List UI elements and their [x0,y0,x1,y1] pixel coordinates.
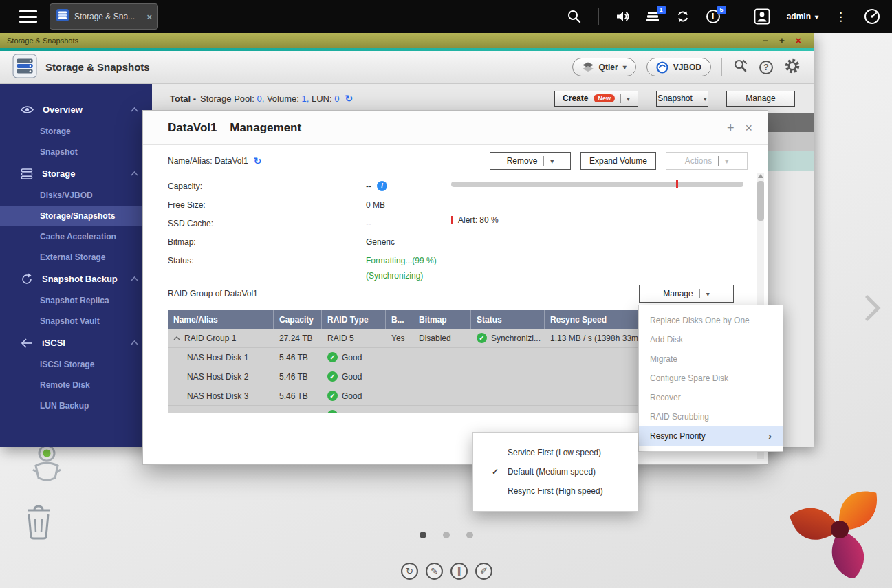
sidebar-section-storage[interactable]: Storage [0,162,152,185]
sidebar-item-snapshot-vault[interactable]: Snapshot Vault [0,311,152,331]
desktop-shortcut-icon-1[interactable]: ↻ [401,563,418,580]
dialog-header[interactable]: DataVol1 Management + × [143,111,768,145]
sidebar-item-remote-disk[interactable]: Remote Disk [0,375,152,395]
settings-gear-icon[interactable] [783,57,801,78]
background-table-row-selected [768,151,814,171]
desktop-shortcut-icon-3[interactable]: ∥ [450,563,468,580]
raid-manage-menu: Replace Disks One by One Add Disk Migrat… [638,305,783,452]
vjbod-icon [656,61,668,74]
field-value-capacity: -- [366,182,371,191]
raid-manage-button[interactable]: Manage ▾ [639,285,734,303]
scrollbar-thumb[interactable] [757,181,764,221]
refresh-icon[interactable]: ↻ [345,93,353,104]
vjbod-button[interactable]: VJBOD [646,58,711,76]
menu-item-add-disk[interactable]: Add Disk [639,330,783,349]
qboost-robot-icon[interactable] [26,442,67,488]
desktop-next-page-chevron[interactable] [864,294,882,325]
button-divider [718,156,719,166]
chevron-down-icon: ▾ [706,290,710,298]
col-status[interactable]: Status [471,310,545,329]
recycle-bin-icon[interactable] [21,501,56,543]
info-icon[interactable]: i [377,181,387,191]
menu-item-replace-disks[interactable]: Replace Disks One by One [639,311,783,330]
notifications-icon[interactable]: i 5 [706,10,720,23]
cell-name: NAS Host Disk 2 [168,367,274,386]
minimize-button[interactable]: − [762,34,768,47]
collapse-icon[interactable] [173,336,180,340]
section-label: Snapshot Backup [42,274,118,284]
page-dot-2[interactable] [443,532,450,538]
search-icon[interactable] [567,9,582,24]
desktop-shortcut-icon-4[interactable]: ✐ [475,563,492,580]
col-bitmap[interactable]: Bitmap [413,310,471,329]
sidebar-item-iscsi-storage[interactable]: iSCSI Storage [0,354,152,375]
col-b[interactable]: B... [386,310,413,329]
more-options-icon[interactable]: ⋮ [835,10,847,24]
sidebar-section-iscsi[interactable]: iSCSI [0,331,152,354]
sidebar-item-lun-backup[interactable]: LUN Backup [0,395,152,416]
user-icon[interactable] [754,8,770,25]
lun-value: 0 [334,94,339,104]
actions-label: Actions [685,156,712,166]
disk-health-tools-icon[interactable] [732,58,749,77]
close-button[interactable]: × [796,34,801,47]
iscsi-icon [21,338,33,349]
submenu-item-resync-first[interactable]: Resync First (High speed) [473,481,638,501]
tab-close-icon[interactable]: × [146,12,152,22]
sidebar-item-storage-snapshots[interactable]: Storage/Snapshots [0,206,152,226]
app-tab-storage-snapshots[interactable]: Storage & Sna... × [50,3,158,30]
col-capacity[interactable]: Capacity [274,310,322,329]
dialog-popout-icon[interactable]: + [727,122,735,134]
expand-volume-button[interactable]: Expand Volume [580,152,656,170]
cell-status: Good [342,353,362,362]
cell-name: RAID Group 1 [184,334,236,343]
admin-label: admin [787,12,811,21]
desktop-shortcut-icon-2[interactable]: ✎ [426,563,443,580]
tab-label: Storage & Sna... [74,12,142,21]
chevron-up-icon [131,107,138,112]
remove-button[interactable]: Remove ▾ [490,152,571,170]
menu-item-raid-scrubbing[interactable]: RAID Scrubbing [639,407,783,426]
sidebar-item-snapshot-replica[interactable]: Snapshot Replica [0,290,152,311]
window-titlebar[interactable]: Storage & Snapshots − + × [0,33,814,48]
sidebar-item-storage[interactable]: Storage [0,121,152,142]
resource-monitor-gauge-icon[interactable] [863,8,881,25]
sidebar-item-external-storage[interactable]: External Storage [0,247,152,268]
dialog-close-icon[interactable]: × [745,122,752,134]
cell-capacity: 5.46 TB [274,367,322,386]
maximize-button[interactable]: + [779,34,785,47]
refresh-icon[interactable]: ↻ [254,155,262,166]
background-tasks-icon[interactable]: 1 [646,10,660,23]
help-icon[interactable]: ? [759,61,773,74]
snapshot-button[interactable]: Snapshot ▾ [656,91,708,107]
pool-label: Storage Pool: [200,94,254,104]
page-dot-3[interactable] [466,532,473,538]
col-raid-type[interactable]: RAID Type [322,310,386,329]
sidebar-section-overview[interactable]: Overview [0,98,152,121]
menu-item-configure-spare-disk[interactable]: Configure Spare Disk [639,369,783,388]
create-button[interactable]: Create New ▾ [554,91,638,107]
admin-menu[interactable]: admin ▾ [787,12,818,21]
menu-item-recover[interactable]: Recover [639,388,783,407]
chevron-down-icon: ▾ [627,95,630,102]
sidebar-item-disks-vjbod[interactable]: Disks/VJBOD [0,185,152,206]
menu-item-resync-priority[interactable]: Resync Priority › [639,426,783,446]
sidebar-item-cache-acceleration[interactable]: Cache Acceleration [0,226,152,247]
col-name-alias[interactable]: Name/Alias [168,310,274,329]
actions-button[interactable]: Actions ▾ [666,152,748,170]
resync-priority-label: Resync Priority [650,426,706,446]
sidebar-section-snapshot-backup[interactable]: Snapshot Backup [0,268,152,290]
field-label-capacity: Capacity: [168,182,366,191]
menu-item-migrate[interactable]: Migrate [639,349,783,369]
volume-icon[interactable] [616,10,629,23]
sync-status-icon[interactable] [676,10,690,23]
qtier-button[interactable]: Qtier ▾ [572,58,636,76]
scroll-up-arrow[interactable] [758,174,763,178]
manage-button[interactable]: Manage [726,91,795,107]
submenu-chevron-icon: › [768,426,772,446]
submenu-item-service-first[interactable]: Service First (Low speed) [473,443,638,462]
main-menu-icon[interactable] [19,10,37,23]
page-dot-1[interactable] [420,532,426,538]
submenu-item-default[interactable]: ✓ Default (Medium speed) [473,462,638,481]
sidebar-item-snapshot[interactable]: Snapshot [0,142,152,162]
